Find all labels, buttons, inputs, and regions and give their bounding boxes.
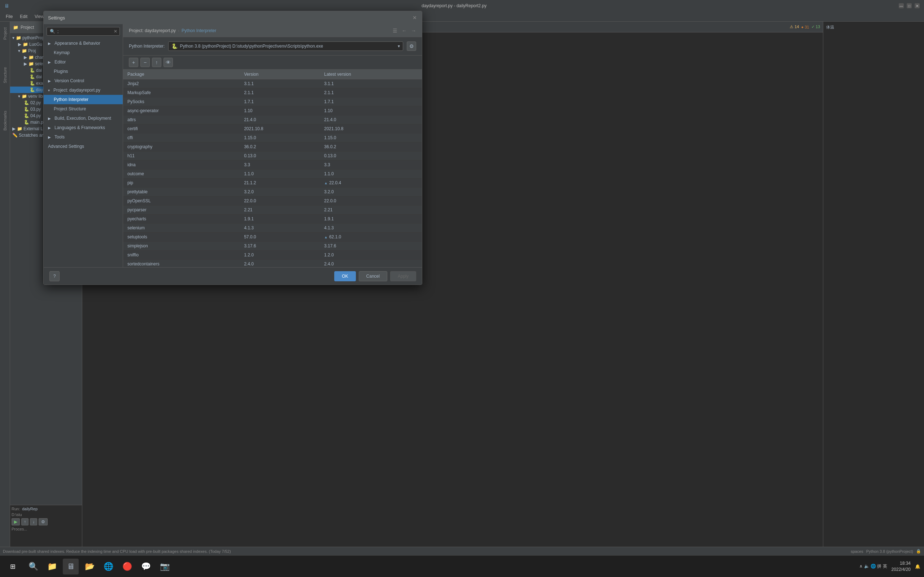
table-row[interactable]: idna3.33.3 xyxy=(123,161,422,169)
expand-icon: ▶ xyxy=(48,135,51,139)
taskbar-pycharm[interactable]: 🖥 xyxy=(63,559,79,574)
clear-search-icon[interactable]: ✕ xyxy=(114,29,117,34)
close-button[interactable]: ✕ xyxy=(914,3,920,8)
nav-back-icon[interactable]: ← xyxy=(402,28,407,34)
nav-tools[interactable]: ▶ Tools xyxy=(44,132,123,142)
bookmarks-side-tab[interactable]: Bookmarks xyxy=(2,108,9,134)
table-row[interactable]: sortedcontainers2.4.02.4.0 xyxy=(123,259,422,268)
editor-indicators: ⚠ 14 ● 31 ✓ 13 xyxy=(790,24,823,29)
pkg-version-cell: 22.0.0 xyxy=(240,197,320,206)
nav-build-exec[interactable]: ▶ Build, Execution, Deployment xyxy=(44,114,123,123)
table-row[interactable]: async-generator1.101.10 xyxy=(123,106,422,115)
remove-package-button[interactable]: − xyxy=(141,58,150,67)
cancel-button[interactable]: Cancel xyxy=(359,271,387,281)
nav-version-control[interactable]: ▶ Version Control xyxy=(44,76,123,85)
status-text: Download pre-built shared indexes. Reduc… xyxy=(3,549,848,554)
taskbar-chrome[interactable]: 🌐 xyxy=(100,559,116,574)
taskbar-app1[interactable]: 🔴 xyxy=(119,559,135,574)
settings-search-box[interactable]: 🔍 ✕ xyxy=(47,27,120,36)
pkg-name-cell: sniffio xyxy=(123,251,240,259)
table-row[interactable]: attrs21.4.021.4.0 xyxy=(123,115,422,124)
python-icon: 🐍 xyxy=(24,113,29,118)
pkg-name-cell: cryptography xyxy=(123,142,240,152)
interpreter-select[interactable]: 🐍 Python 3.8 (pythonProject) D:\study\py… xyxy=(168,42,403,51)
run-settings-button[interactable]: ⚙ xyxy=(39,518,48,525)
nav-keymap[interactable]: Keymap xyxy=(44,48,123,57)
warning-count: ⚠ 14 xyxy=(790,24,799,29)
menu-file[interactable]: File xyxy=(3,13,16,20)
breadcrumb-separator: › xyxy=(178,28,179,33)
table-row[interactable]: cffi1.15.01.15.0 xyxy=(123,134,422,142)
run-up-button[interactable]: ↑ xyxy=(21,518,29,525)
table-row[interactable]: pip21.1.2▲22.0.4 xyxy=(123,179,422,187)
table-row[interactable]: pycparser2.212.21 xyxy=(123,206,422,214)
nav-languages[interactable]: ▶ Languages & Frameworks xyxy=(44,123,123,132)
taskbar-folder[interactable]: 📂 xyxy=(82,559,97,574)
pkg-version-cell: 1.9.1 xyxy=(240,214,320,224)
nav-forward-icon[interactable]: → xyxy=(411,28,416,34)
nav-project-structure[interactable]: Project Structure xyxy=(44,104,123,114)
ok-button[interactable]: OK xyxy=(334,271,355,281)
table-row[interactable]: pyecharts1.9.11.9.1 xyxy=(123,214,422,224)
interpreter-row: Python Interpreter: 🐍 Python 3.8 (python… xyxy=(123,37,422,56)
nav-python-interpreter[interactable]: Python Interpreter xyxy=(44,95,123,104)
table-row[interactable]: setuptools57.0.0▲62.1.0 xyxy=(123,233,422,242)
right-panel: 体温 xyxy=(823,22,924,555)
refresh-packages-button[interactable]: 👁 xyxy=(163,58,173,67)
menu-edit[interactable]: Edit xyxy=(17,13,30,20)
table-row[interactable]: PySocks1.7.11.7.1 xyxy=(123,97,422,106)
minimize-button[interactable]: — xyxy=(899,3,904,8)
nav-project[interactable]: ▾ Project: daydayreport.py xyxy=(44,85,123,95)
run-play-button[interactable]: ▶ xyxy=(11,518,20,525)
table-row[interactable]: cryptography36.0.236.0.2 xyxy=(123,142,422,152)
pkg-toolbar: + − ↑ 👁 xyxy=(123,56,422,69)
breadcrumb-current: Python Interpreter xyxy=(181,28,216,33)
table-row[interactable]: outcome1.1.01.1.0 xyxy=(123,169,422,179)
table-row[interactable]: simplejson3.17.63.17.6 xyxy=(123,242,422,251)
notification-icon[interactable]: 🔔 xyxy=(915,564,921,569)
help-button[interactable]: ? xyxy=(50,271,60,281)
table-row[interactable]: Jinja23.1.13.1.1 xyxy=(123,79,422,89)
python-icon: 🐍 xyxy=(30,81,35,86)
taskbar-app3[interactable]: 📷 xyxy=(157,559,173,574)
table-row[interactable]: selenium4.1.34.1.3 xyxy=(123,224,422,233)
table-row[interactable]: MarkupSafe2.1.12.1.1 xyxy=(123,89,422,97)
table-row[interactable]: h110.13.00.13.0 xyxy=(123,152,422,161)
taskbar-explorer[interactable]: 📁 xyxy=(44,559,60,574)
table-row[interactable]: sniffio1.2.01.2.0 xyxy=(123,251,422,259)
apply-button[interactable]: Apply xyxy=(390,271,416,281)
upgrade-package-button[interactable]: ↑ xyxy=(152,58,162,67)
dialog-close-button[interactable]: ✕ xyxy=(412,15,418,21)
tree-label: dai xyxy=(36,68,42,73)
table-row[interactable]: certifi2021.10.82021.10.8 xyxy=(123,124,422,134)
pkg-latest-cell: 1.2.0 xyxy=(320,251,422,259)
scratches-icon: ✏️ xyxy=(12,133,18,138)
pkg-name-cell: simplejson xyxy=(123,242,240,251)
nav-plugins[interactable]: Plugins xyxy=(44,67,123,76)
nav-editor[interactable]: ▶ Editor xyxy=(44,57,123,67)
tree-label: exa xyxy=(36,81,43,86)
start-button[interactable]: ⊞ xyxy=(3,559,22,574)
settings-search-input[interactable] xyxy=(57,29,111,34)
interpreter-gear-button[interactable]: ⚙ xyxy=(407,42,416,51)
nav-appearance[interactable]: ▶ Appearance & Behavior xyxy=(44,39,123,48)
maximize-button[interactable]: □ xyxy=(907,3,912,8)
run-down-button[interactable]: ↓ xyxy=(30,518,37,525)
taskbar-search[interactable]: 🔍 xyxy=(25,559,41,574)
add-package-button[interactable]: + xyxy=(129,58,138,67)
table-row[interactable]: prettytable3.2.03.2.0 xyxy=(123,187,422,197)
folder-icon: 📁 xyxy=(22,48,27,53)
pkg-latest-cell: 2.1.1 xyxy=(320,89,422,97)
nav-advanced[interactable]: Advanced Settings xyxy=(44,142,123,151)
pkg-version-cell: 4.1.3 xyxy=(240,224,320,233)
pkg-latest-cell: 3.17.6 xyxy=(320,242,422,251)
breadcrumb-settings-icon[interactable]: ☰ xyxy=(393,28,397,34)
expand-icon: ▾ xyxy=(12,35,15,40)
dialog-title: Settings xyxy=(48,15,412,21)
table-row[interactable]: pyOpenSSL22.0.022.0.0 xyxy=(123,197,422,206)
structure-side-tab[interactable]: Structure xyxy=(2,64,9,86)
taskbar: ⊞ 🔍 📁 🖥 📂 🌐 🔴 💬 📷 ∧ 🔈 🌐 拼 英 18:34 2022/4… xyxy=(0,555,924,577)
taskbar-app2[interactable]: 💬 xyxy=(138,559,154,574)
pkg-version-cell: 1.10 xyxy=(240,106,320,115)
project-side-tab[interactable]: Project xyxy=(2,24,9,43)
